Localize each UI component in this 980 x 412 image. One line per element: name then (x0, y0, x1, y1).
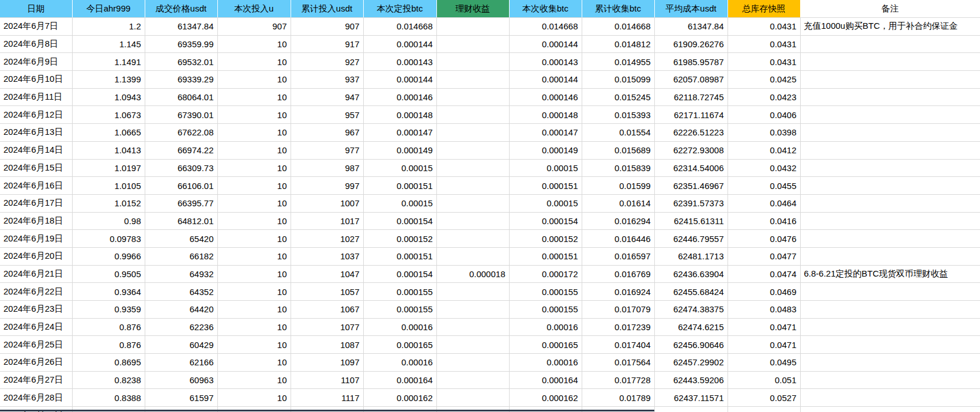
cell-price_usdt[interactable]: 66106.01 (145, 177, 217, 195)
cell-dca_btc[interactable]: 0.000154 (363, 265, 436, 283)
cell-price_usdt[interactable]: 62236 (145, 318, 217, 336)
cell-licai_income[interactable] (436, 194, 509, 212)
column-header-dca_btc[interactable]: 本次定投btc (363, 0, 436, 18)
cell-ahr999[interactable]: 0.876 (72, 318, 145, 336)
cell-cum_collect_btc[interactable]: 0.01599 (582, 177, 654, 195)
cell-price_usdt[interactable]: 60429 (145, 336, 217, 354)
cell-inventory_snapshot[interactable]: 0.0416 (728, 212, 800, 230)
cell-collect_btc[interactable]: 0.000148 (509, 106, 582, 124)
cell-invest_u[interactable]: 10 (217, 141, 291, 159)
cell-collect_btc[interactable]: 0.00015 (509, 159, 582, 177)
cell-dca_btc[interactable]: 0.000147 (363, 124, 436, 142)
cell-cum_collect_btc[interactable]: 0.017079 (582, 301, 654, 319)
cell-collect_btc[interactable]: 0.000154 (509, 212, 582, 230)
cell-invest_u[interactable]: 10 (217, 53, 291, 71)
cell-inventory_snapshot[interactable]: 0.0425 (728, 71, 800, 89)
cell-ahr999[interactable]: 0.9359 (72, 301, 145, 319)
cell-invest_u[interactable]: 10 (217, 247, 291, 265)
cell-date[interactable]: 2024年6月14日 (0, 141, 72, 159)
cell-avg_cost_usdt[interactable]: 62226.51223 (654, 124, 728, 142)
cell-remark[interactable] (800, 354, 980, 372)
cell-remark[interactable] (800, 53, 980, 71)
cell-collect_btc[interactable]: 0.000144 (509, 35, 582, 53)
cell-price_usdt[interactable]: 69339.29 (145, 71, 217, 89)
cell-cum_invest_usdt[interactable]: 1047 (291, 265, 363, 283)
cell-date[interactable]: 2024年6月17日 (0, 194, 72, 212)
cell-inventory_snapshot[interactable]: 0.0431 (728, 35, 800, 53)
cell-remark[interactable] (800, 124, 980, 142)
cell-invest_u[interactable]: 10 (217, 265, 291, 283)
cell-avg_cost_usdt[interactable]: 62351.46967 (654, 177, 728, 195)
cell-avg_cost_usdt[interactable]: 62272.93008 (654, 141, 728, 159)
cell-ahr999[interactable]: 1.0673 (72, 106, 145, 124)
cell-price_usdt[interactable]: 68064.01 (145, 88, 217, 106)
cell-avg_cost_usdt[interactable]: 62437.11571 (654, 389, 728, 407)
cell-inventory_snapshot[interactable]: 0.0483 (728, 301, 800, 319)
cell-date[interactable]: 2024年6月18日 (0, 212, 72, 230)
cell-price_usdt[interactable]: 61347.84 (145, 18, 217, 36)
cell-licai_income[interactable] (436, 354, 509, 372)
cell-remark[interactable] (800, 371, 980, 389)
cell-dca_btc[interactable]: 0.00015 (363, 194, 436, 212)
cell-cum_collect_btc[interactable]: 0.017728 (582, 371, 654, 389)
cell-cum_invest_usdt[interactable]: 1037 (291, 247, 363, 265)
cell-avg_cost_usdt[interactable]: 61347.84 (654, 18, 728, 36)
cell-cum_invest_usdt[interactable]: 957 (291, 106, 363, 124)
cell-dca_btc[interactable]: 0.000144 (363, 71, 436, 89)
cell-invest_u[interactable]: 10 (217, 301, 291, 319)
cell-collect_btc[interactable]: 0.00016 (509, 354, 582, 372)
cell-avg_cost_usdt[interactable]: 61909.26276 (654, 35, 728, 53)
cell-date[interactable]: 2024年6月26日 (0, 354, 72, 372)
cell-price_usdt[interactable]: 69359.99 (145, 35, 217, 53)
cell-inventory_snapshot[interactable]: 0.0464 (728, 194, 800, 212)
column-header-invest_u[interactable]: 本次投入u (217, 0, 291, 18)
cell-inventory_snapshot[interactable]: 0.0432 (728, 159, 800, 177)
cell-ahr999[interactable]: 1.2 (72, 18, 145, 36)
cell-remark[interactable] (800, 283, 980, 301)
cell-remark[interactable] (800, 212, 980, 230)
cell-cum_invest_usdt[interactable]: 1087 (291, 336, 363, 354)
cell-avg_cost_usdt[interactable]: 62314.54006 (654, 159, 728, 177)
cell-price_usdt[interactable]: 64352 (145, 283, 217, 301)
cell-cum_invest_usdt[interactable]: 1097 (291, 354, 363, 372)
cell-date[interactable]: 2024年6月28日 (0, 389, 72, 407)
cell-remark[interactable] (800, 230, 980, 248)
cell-collect_btc[interactable]: 0.000162 (509, 389, 582, 407)
cell-remark[interactable] (800, 159, 980, 177)
cell-price_usdt[interactable]: 66182 (145, 247, 217, 265)
cell-cum_collect_btc[interactable]: 0.015393 (582, 106, 654, 124)
column-header-inventory_snapshot[interactable]: 总库存快照 (728, 0, 800, 18)
cell-ahr999[interactable]: 1.1399 (72, 71, 145, 89)
cell-avg_cost_usdt[interactable]: 62446.79557 (654, 230, 728, 248)
cell-avg_cost_usdt[interactable]: 62436.63904 (654, 265, 728, 283)
cell-dca_btc[interactable]: 0.000164 (363, 371, 436, 389)
cell-cum_invest_usdt[interactable]: 907 (291, 18, 363, 36)
cell-cum_collect_btc[interactable]: 0.017564 (582, 354, 654, 372)
cell-cum_invest_usdt[interactable]: 1117 (291, 389, 363, 407)
cell-collect_btc[interactable]: 0.000144 (509, 71, 582, 89)
cell-inventory_snapshot[interactable]: 0.0474 (728, 265, 800, 283)
cell-cum_collect_btc[interactable]: 0.01554 (582, 124, 654, 142)
cell-date[interactable]: 2024年6月8日 (0, 35, 72, 53)
cell-avg_cost_usdt[interactable]: 62474.6215 (654, 318, 728, 336)
cell-price_usdt[interactable]: 60963 (145, 371, 217, 389)
cell-ahr999[interactable]: 1.0152 (72, 194, 145, 212)
cell-date[interactable]: 2024年6月21日 (0, 265, 72, 283)
cell-ahr999[interactable]: 0.09783 (72, 230, 145, 248)
cell-collect_btc[interactable]: 0.000172 (509, 265, 582, 283)
cell-invest_u[interactable]: 10 (217, 230, 291, 248)
cell-licai_income[interactable] (436, 212, 509, 230)
cell-licai_income[interactable] (436, 318, 509, 336)
cell-ahr999[interactable]: 1.0665 (72, 124, 145, 142)
cell-ahr999[interactable]: 0.8388 (72, 389, 145, 407)
cell-avg_cost_usdt[interactable]: 62457.29902 (654, 354, 728, 372)
cell-inventory_snapshot[interactable]: 0.0455 (728, 177, 800, 195)
cell-avg_cost_usdt[interactable]: 62391.57373 (654, 194, 728, 212)
cell-licai_income[interactable] (436, 230, 509, 248)
cell-date[interactable]: 2024年6月13日 (0, 124, 72, 142)
cell-price_usdt[interactable]: 66974.22 (145, 141, 217, 159)
cell-licai_income[interactable] (436, 336, 509, 354)
cell-remark[interactable] (800, 141, 980, 159)
cell-cum_invest_usdt[interactable]: 1027 (291, 230, 363, 248)
cell-dca_btc[interactable]: 0.000154 (363, 212, 436, 230)
